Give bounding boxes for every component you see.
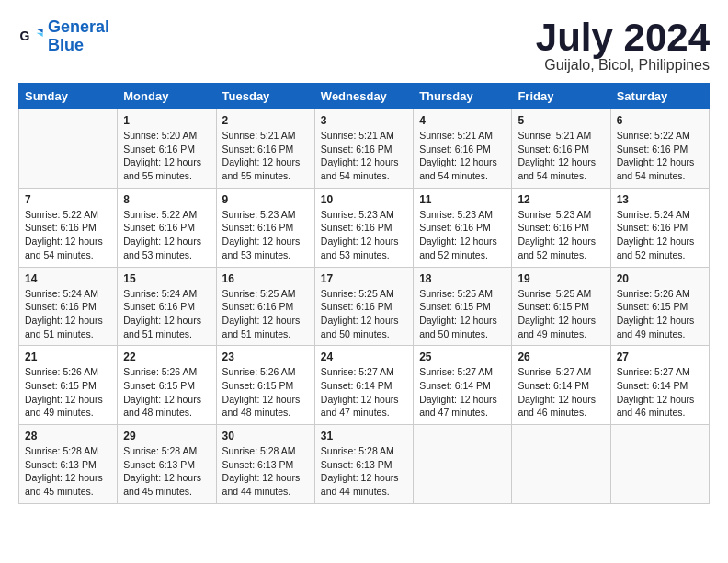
day-info: Sunrise: 5:27 AMSunset: 6:14 PMDaylight:… bbox=[617, 365, 703, 419]
day-number: 17 bbox=[321, 272, 407, 285]
day-info: Sunrise: 5:28 AMSunset: 6:13 PMDaylight:… bbox=[25, 444, 111, 499]
day-number: 23 bbox=[222, 350, 309, 363]
calendar-cell: 25Sunrise: 5:27 AMSunset: 6:14 PMDayligh… bbox=[414, 346, 512, 425]
day-number: 2 bbox=[222, 114, 309, 127]
calendar-cell: 11Sunrise: 5:23 AMSunset: 6:16 PMDayligh… bbox=[414, 188, 512, 267]
day-info: Sunrise: 5:23 AMSunset: 6:16 PMDaylight:… bbox=[518, 208, 604, 262]
day-number: 22 bbox=[123, 350, 210, 363]
calendar-cell: 26Sunrise: 5:27 AMSunset: 6:14 PMDayligh… bbox=[512, 346, 610, 425]
calendar-cell: 10Sunrise: 5:23 AMSunset: 6:16 PMDayligh… bbox=[314, 188, 413, 267]
day-number: 28 bbox=[25, 430, 111, 442]
day-info: Sunrise: 5:23 AMSunset: 6:16 PMDaylight:… bbox=[222, 208, 309, 262]
day-info: Sunrise: 5:23 AMSunset: 6:16 PMDaylight:… bbox=[419, 208, 506, 262]
day-number: 6 bbox=[617, 114, 703, 127]
svg-marker-1 bbox=[37, 29, 43, 32]
calendar-cell: 24Sunrise: 5:27 AMSunset: 6:14 PMDayligh… bbox=[314, 346, 413, 425]
calendar-cell: 21Sunrise: 5:26 AMSunset: 6:15 PMDayligh… bbox=[19, 346, 118, 425]
weekday-header-thursday: Thursday bbox=[414, 84, 512, 109]
day-number: 27 bbox=[617, 350, 703, 363]
day-number: 24 bbox=[321, 350, 407, 363]
day-info: Sunrise: 5:28 AMSunset: 6:13 PMDaylight:… bbox=[321, 444, 407, 499]
day-number: 1 bbox=[123, 114, 210, 127]
day-number: 15 bbox=[123, 272, 210, 285]
calendar-cell bbox=[512, 425, 610, 504]
weekday-header-friday: Friday bbox=[512, 84, 610, 109]
calendar-cell: 19Sunrise: 5:25 AMSunset: 6:15 PMDayligh… bbox=[512, 267, 610, 346]
calendar-cell: 20Sunrise: 5:26 AMSunset: 6:15 PMDayligh… bbox=[610, 267, 709, 346]
calendar-cell: 3Sunrise: 5:21 AMSunset: 6:16 PMDaylight… bbox=[314, 109, 413, 189]
weekday-header-tuesday: Tuesday bbox=[216, 84, 314, 109]
day-number: 20 bbox=[617, 272, 703, 285]
week-row-5: 28Sunrise: 5:28 AMSunset: 6:13 PMDayligh… bbox=[19, 425, 710, 504]
day-number: 25 bbox=[419, 350, 506, 363]
day-info: Sunrise: 5:22 AMSunset: 6:16 PMDaylight:… bbox=[123, 208, 210, 262]
day-number: 3 bbox=[321, 114, 407, 127]
day-number: 31 bbox=[321, 430, 407, 442]
day-info: Sunrise: 5:25 AMSunset: 6:16 PMDaylight:… bbox=[321, 287, 407, 341]
calendar-cell: 5Sunrise: 5:21 AMSunset: 6:16 PMDaylight… bbox=[512, 109, 610, 189]
calendar-cell: 15Sunrise: 5:24 AMSunset: 6:16 PMDayligh… bbox=[118, 267, 216, 346]
day-number: 18 bbox=[419, 272, 506, 285]
day-info: Sunrise: 5:23 AMSunset: 6:16 PMDaylight:… bbox=[321, 208, 407, 262]
day-number: 11 bbox=[419, 193, 506, 206]
calendar-cell bbox=[610, 425, 709, 504]
day-number: 30 bbox=[222, 430, 309, 442]
logo-text: General Blue bbox=[48, 18, 109, 55]
calendar-cell: 8Sunrise: 5:22 AMSunset: 6:16 PMDaylight… bbox=[118, 188, 216, 267]
day-info: Sunrise: 5:25 AMSunset: 6:15 PMDaylight:… bbox=[419, 287, 506, 341]
calendar-cell: 1Sunrise: 5:20 AMSunset: 6:16 PMDaylight… bbox=[118, 109, 216, 189]
title-section: July 2024 Guijalo, Bicol, Philippines bbox=[536, 18, 710, 74]
day-info: Sunrise: 5:26 AMSunset: 6:15 PMDaylight:… bbox=[25, 365, 111, 419]
weekday-header-row: SundayMondayTuesdayWednesdayThursdayFrid… bbox=[19, 84, 710, 109]
day-info: Sunrise: 5:25 AMSunset: 6:16 PMDaylight:… bbox=[222, 287, 309, 341]
day-info: Sunrise: 5:21 AMSunset: 6:16 PMDaylight:… bbox=[321, 129, 407, 183]
day-number: 5 bbox=[518, 114, 604, 127]
day-info: Sunrise: 5:27 AMSunset: 6:14 PMDaylight:… bbox=[321, 365, 407, 419]
calendar-cell: 16Sunrise: 5:25 AMSunset: 6:16 PMDayligh… bbox=[216, 267, 314, 346]
day-info: Sunrise: 5:20 AMSunset: 6:16 PMDaylight:… bbox=[123, 129, 210, 183]
calendar-cell: 14Sunrise: 5:24 AMSunset: 6:16 PMDayligh… bbox=[19, 267, 118, 346]
svg-marker-2 bbox=[37, 33, 43, 37]
day-number: 26 bbox=[518, 350, 604, 363]
day-info: Sunrise: 5:24 AMSunset: 6:16 PMDaylight:… bbox=[617, 208, 703, 262]
day-number: 13 bbox=[617, 193, 703, 206]
calendar-cell bbox=[19, 109, 118, 189]
day-number: 9 bbox=[222, 193, 309, 206]
calendar-cell: 9Sunrise: 5:23 AMSunset: 6:16 PMDaylight… bbox=[216, 188, 314, 267]
day-info: Sunrise: 5:26 AMSunset: 6:15 PMDaylight:… bbox=[617, 287, 703, 341]
week-row-4: 21Sunrise: 5:26 AMSunset: 6:15 PMDayligh… bbox=[19, 346, 710, 425]
day-number: 10 bbox=[321, 193, 407, 206]
day-number: 16 bbox=[222, 272, 309, 285]
calendar-cell bbox=[414, 425, 512, 504]
day-info: Sunrise: 5:26 AMSunset: 6:15 PMDaylight:… bbox=[222, 365, 309, 419]
day-number: 7 bbox=[25, 193, 111, 206]
day-info: Sunrise: 5:24 AMSunset: 6:16 PMDaylight:… bbox=[25, 287, 111, 341]
day-info: Sunrise: 5:21 AMSunset: 6:16 PMDaylight:… bbox=[419, 129, 506, 183]
calendar-cell: 30Sunrise: 5:28 AMSunset: 6:13 PMDayligh… bbox=[216, 425, 314, 504]
calendar-cell: 27Sunrise: 5:27 AMSunset: 6:14 PMDayligh… bbox=[610, 346, 709, 425]
day-info: Sunrise: 5:25 AMSunset: 6:15 PMDaylight:… bbox=[518, 287, 604, 341]
day-info: Sunrise: 5:21 AMSunset: 6:16 PMDaylight:… bbox=[222, 129, 309, 183]
day-number: 29 bbox=[123, 430, 210, 442]
day-info: Sunrise: 5:24 AMSunset: 6:16 PMDaylight:… bbox=[123, 287, 210, 341]
calendar-cell: 29Sunrise: 5:28 AMSunset: 6:13 PMDayligh… bbox=[118, 425, 216, 504]
calendar-cell: 28Sunrise: 5:28 AMSunset: 6:13 PMDayligh… bbox=[19, 425, 118, 504]
day-info: Sunrise: 5:26 AMSunset: 6:15 PMDaylight:… bbox=[123, 365, 210, 419]
calendar-cell: 18Sunrise: 5:25 AMSunset: 6:15 PMDayligh… bbox=[414, 267, 512, 346]
month-title: July 2024 bbox=[536, 18, 710, 57]
day-info: Sunrise: 5:22 AMSunset: 6:16 PMDaylight:… bbox=[617, 129, 703, 183]
calendar-cell: 12Sunrise: 5:23 AMSunset: 6:16 PMDayligh… bbox=[512, 188, 610, 267]
day-number: 14 bbox=[25, 272, 111, 285]
location-title: Guijalo, Bicol, Philippines bbox=[536, 57, 710, 74]
week-row-1: 1Sunrise: 5:20 AMSunset: 6:16 PMDaylight… bbox=[19, 109, 710, 189]
weekday-header-sunday: Sunday bbox=[19, 84, 118, 109]
logo-line1: General bbox=[48, 17, 109, 36]
day-number: 19 bbox=[518, 272, 604, 285]
day-info: Sunrise: 5:21 AMSunset: 6:16 PMDaylight:… bbox=[518, 129, 604, 183]
logo-icon: G bbox=[18, 24, 44, 50]
calendar-cell: 22Sunrise: 5:26 AMSunset: 6:15 PMDayligh… bbox=[118, 346, 216, 425]
header: G General Blue July 2024 Guijalo, Bicol,… bbox=[18, 18, 710, 74]
day-info: Sunrise: 5:27 AMSunset: 6:14 PMDaylight:… bbox=[518, 365, 604, 419]
weekday-header-wednesday: Wednesday bbox=[314, 84, 413, 109]
weekday-header-monday: Monday bbox=[118, 84, 216, 109]
